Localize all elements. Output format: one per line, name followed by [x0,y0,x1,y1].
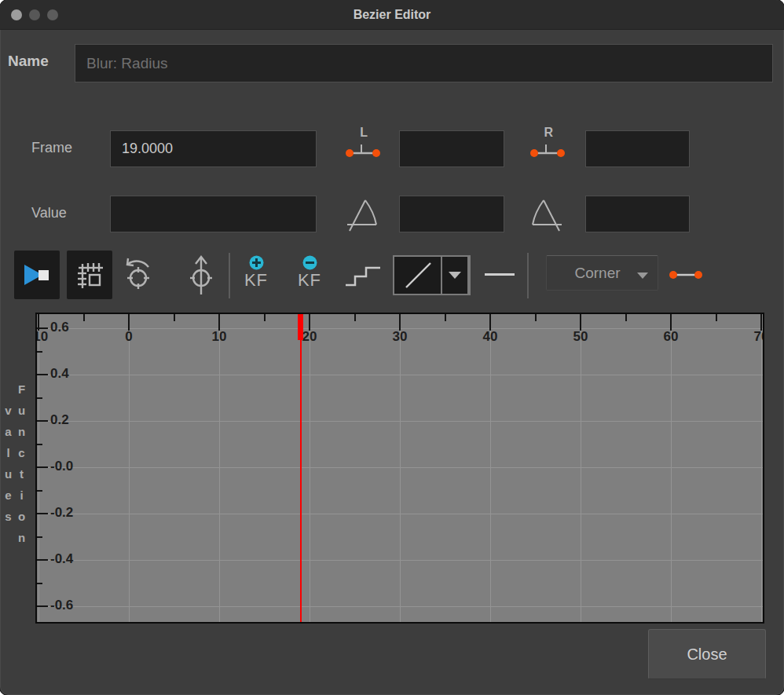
chevron-down-icon [637,273,648,279]
x-tick-label: 30 [393,329,408,345]
step-mode-icon[interactable] [343,262,383,289]
x-gridline [581,314,581,622]
x-minor-tick [535,314,537,321]
handle-segment-icon[interactable] [668,267,704,283]
x-minor-tick [264,314,266,321]
x-gridline [310,314,310,622]
y-major-tick [37,513,48,514]
play-stop-button[interactable] [14,251,60,299]
x-major-tick [399,314,401,331]
x-major-tick [760,314,762,331]
x-gridline [761,314,762,622]
y-major-tick [37,605,48,607]
y-major-tick [37,327,48,329]
x-major-tick [580,314,581,331]
y-gridline [37,560,763,561]
right-angle-icon[interactable] [529,193,565,234]
x-minor-tick [174,314,175,321]
value-label: Value [31,205,67,221]
right-handle-button[interactable]: R [528,129,567,163]
value-left-input[interactable] [399,196,504,232]
x-gridline [38,314,39,622]
name-label: Name [8,53,49,70]
toolbar-separator [229,253,230,298]
y-major-tick [37,374,48,375]
toolbar-separator-2 [527,253,529,298]
reset-view-icon[interactable] [118,255,157,296]
x-tick-label: 10 [212,329,227,345]
reset-vertical-zoom-icon[interactable] [184,254,218,298]
name-input[interactable] [75,44,773,82]
bezier-editor-window: Bezier Editor Name Frame L R Value [0,0,784,695]
x-tick-label: -10 [35,329,48,345]
line-type-combo[interactable] [393,255,471,295]
right-handle-letter: R [544,126,554,139]
left-handle-letter: L [360,126,368,139]
x-major-tick [128,314,130,331]
y-minor-tick [37,490,42,492]
y-major-tick [37,466,48,468]
value-input[interactable] [110,196,317,232]
add-keyframe-button[interactable]: KF [240,255,273,298]
left-angle-icon[interactable] [344,193,380,234]
line-type-icon[interactable] [394,257,441,294]
corner-mode-dropdown[interactable]: Corner [546,255,658,291]
frame-label: Frame [31,140,72,156]
close-button[interactable]: Close [648,629,766,679]
x-minor-tick [716,314,717,321]
y-gridline [37,467,763,468]
y-tick-label: 0.2 [50,412,69,428]
x-tick-label: 50 [573,329,588,345]
function-curve-plot[interactable]: -100102030405060700.60.40.2-0.0-0.2-0.4-… [35,313,764,624]
x-gridline [129,314,130,622]
y-tick-label: -0.6 [50,598,73,613]
y-axis-title: Function values [8,313,28,622]
y-gridline [37,421,763,422]
x-minor-tick [83,314,85,321]
y-tick-label: -0.2 [50,505,73,521]
value-right-input[interactable] [585,196,690,232]
playhead-line [300,314,302,622]
remove-keyframe-label: KF [298,272,321,289]
line-type-dropdown-arrow[interactable] [442,257,467,294]
x-gridline [400,314,401,622]
add-keyframe-label: KF [244,272,268,289]
window-title: Bezier Editor [0,0,784,30]
x-minor-tick [445,314,446,321]
remove-keyframe-button[interactable]: KF [293,255,326,298]
y-minor-tick [37,583,42,584]
frame-left-input[interactable] [399,130,504,167]
y-minor-tick [37,397,42,399]
x-major-tick [218,314,220,331]
y-gridline [37,606,763,607]
y-major-tick [37,559,48,561]
left-handle-button[interactable]: L [343,129,383,163]
y-tick-label: -0.0 [50,459,73,474]
y-major-tick [37,420,48,422]
frame-input[interactable] [110,130,317,167]
y-minor-tick [37,536,42,538]
y-minor-tick [37,351,42,353]
x-tick-label: 70 [754,329,764,345]
x-major-tick [670,314,672,331]
chevron-down-icon [449,272,461,279]
y-gridline [37,375,763,375]
corner-mode-label: Corner [547,265,637,282]
x-minor-tick [354,314,356,321]
x-gridline [671,314,672,622]
x-gridline [219,314,220,622]
x-minor-tick [625,314,627,321]
show-grid-button[interactable] [67,251,112,299]
x-major-tick [489,314,491,331]
x-tick-label: 0 [125,329,132,345]
x-major-tick [309,314,310,331]
x-tick-label: 60 [664,329,679,345]
flat-line-icon[interactable] [485,273,515,276]
frame-right-input[interactable] [585,130,690,167]
y-minor-tick [37,444,42,445]
title-bar: Bezier Editor [0,0,784,30]
x-tick-label: 40 [483,329,498,345]
y-tick-label: 0.6 [50,320,69,335]
x-tick-label: 20 [302,329,317,345]
x-gridline [490,314,491,622]
